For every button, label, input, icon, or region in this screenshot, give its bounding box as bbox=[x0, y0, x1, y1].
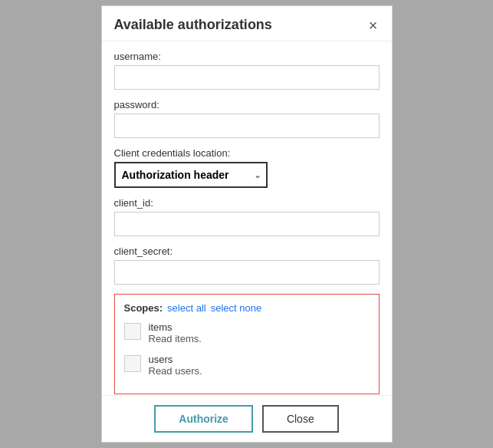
scope-checkbox-users[interactable] bbox=[124, 355, 141, 372]
watermark: CSDN @ktianc bbox=[427, 433, 484, 442]
scope-text-users: users Read users. bbox=[149, 354, 202, 377]
client-id-label: client_id: bbox=[114, 197, 380, 209]
password-input[interactable] bbox=[114, 114, 380, 138]
scope-item-items: items Read items. bbox=[124, 321, 370, 344]
password-label: password: bbox=[114, 99, 380, 110]
client-secret-input[interactable] bbox=[114, 260, 380, 285]
credentials-select[interactable]: Authorization header Request body bbox=[114, 162, 268, 188]
modal-footer: Authorize Close bbox=[102, 395, 392, 442]
username-group: username: bbox=[114, 51, 380, 90]
client-secret-label: client_secret: bbox=[114, 245, 380, 257]
credentials-select-wrapper: Authorization header Request body ⌄ bbox=[114, 162, 268, 188]
scope-desc-items: Read items. bbox=[149, 333, 202, 344]
modal: Available authorizations × username: pas… bbox=[101, 5, 393, 443]
scope-name-items: items bbox=[149, 321, 202, 333]
close-button[interactable]: Close bbox=[262, 405, 339, 433]
select-all-link[interactable]: select all bbox=[167, 302, 206, 314]
scope-desc-users: Read users. bbox=[149, 365, 202, 377]
scopes-label: Scopes: bbox=[124, 302, 163, 314]
authorize-button[interactable]: Authorize bbox=[154, 405, 253, 433]
scopes-header: Scopes: select all select none bbox=[124, 302, 370, 314]
modal-body: username: password: Client credentials l… bbox=[102, 41, 392, 395]
modal-title: Available authorizations bbox=[114, 17, 272, 33]
scope-text-items: items Read items. bbox=[149, 321, 202, 344]
client-id-input[interactable] bbox=[114, 212, 380, 236]
credentials-location-group: Client credentials location: Authorizati… bbox=[114, 147, 380, 188]
scope-checkbox-items[interactable] bbox=[124, 323, 141, 340]
close-icon[interactable]: × bbox=[367, 18, 380, 33]
password-group: password: bbox=[114, 99, 380, 138]
client-id-group: client_id: bbox=[114, 197, 380, 236]
credentials-location-label: Client credentials location: bbox=[114, 147, 380, 159]
scope-name-users: users bbox=[149, 354, 202, 365]
username-input[interactable] bbox=[114, 65, 380, 90]
username-label: username: bbox=[114, 51, 380, 62]
select-none-link[interactable]: select none bbox=[211, 302, 262, 314]
scopes-section: Scopes: select all select none items Rea… bbox=[114, 294, 380, 394]
client-secret-group: client_secret: bbox=[114, 245, 380, 285]
modal-header: Available authorizations × bbox=[102, 6, 392, 41]
scope-item-users: users Read users. bbox=[124, 354, 370, 377]
modal-overlay: Available authorizations × username: pas… bbox=[0, 0, 493, 448]
